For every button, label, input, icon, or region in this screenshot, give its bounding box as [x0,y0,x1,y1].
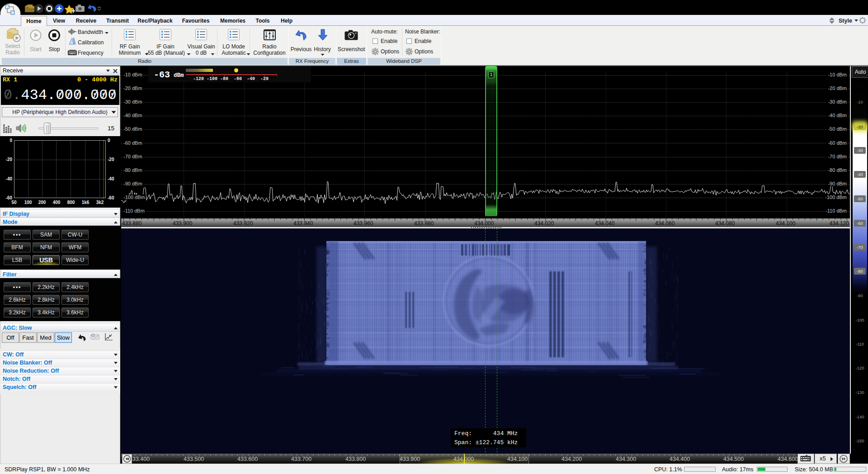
svg-text:Style: Style [839,18,852,24]
